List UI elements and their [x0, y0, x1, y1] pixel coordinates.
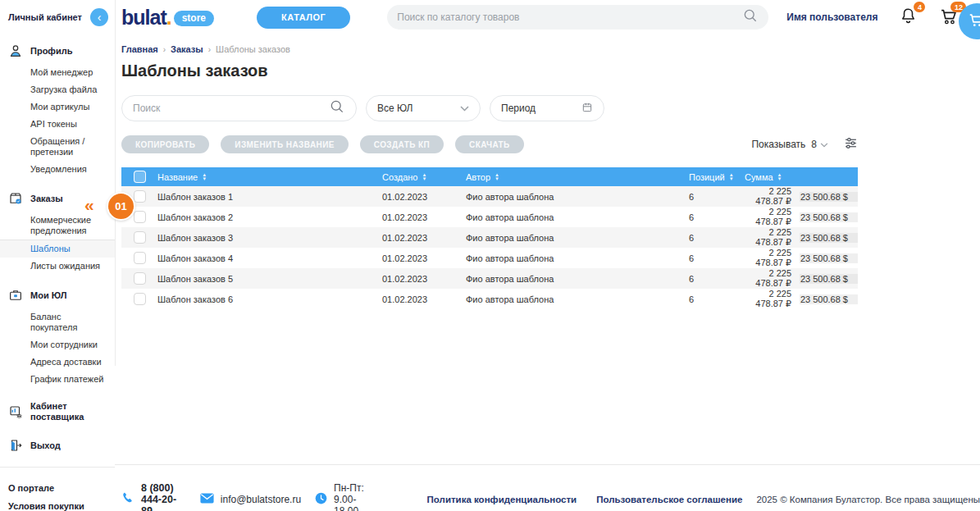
table-row[interactable]: Шаблон заказов 2 01.02.2023 Фио автора ш…	[121, 207, 858, 227]
show-per-page-select[interactable]: 8	[811, 139, 828, 150]
privacy-policy-link[interactable]: Политика конфиденциальности	[427, 495, 577, 504]
breadcrumb-orders[interactable]: Заказы	[171, 44, 203, 54]
template-created: 01.02.2023	[382, 186, 466, 207]
sidebar-section-orders[interactable]: Заказы	[0, 189, 115, 208]
templates-search-input[interactable]	[133, 103, 329, 114]
rename-button[interactable]: ИЗМЕНИТЬ НАЗВАНИЕ	[221, 135, 348, 153]
terms-link[interactable]: Пользовательское соглашение	[596, 495, 742, 504]
template-created: 01.02.2023	[382, 227, 466, 248]
sidebar-link-about[interactable]: О портале	[0, 479, 115, 497]
catalog-button[interactable]: КАТАЛОГ	[257, 7, 350, 29]
table-row[interactable]: Шаблон заказов 1 01.02.2023 Фио автора ш…	[121, 186, 858, 207]
breadcrumb-home[interactable]: Главная	[121, 44, 158, 54]
catalog-search-input[interactable]	[397, 11, 742, 23]
column-header-created[interactable]: Создано	[382, 172, 417, 182]
template-amount-rub: 2 225 478.87 ₽	[745, 207, 800, 227]
sidebar-item-api-tokens[interactable]: API токены	[0, 116, 115, 133]
sidebar-item-payment-schedule[interactable]: График платежей	[0, 371, 115, 388]
row-checkbox[interactable]	[134, 272, 146, 285]
sidebar-item-my-manager[interactable]: Мой менеджер	[0, 64, 115, 81]
sidebar-item-templates[interactable]: Шаблоны	[0, 240, 115, 258]
search-icon[interactable]	[742, 7, 759, 27]
template-name: Шаблон заказов 3	[157, 227, 382, 248]
search-icon[interactable]	[329, 98, 345, 118]
breadcrumb: Главная › Заказы › Шаблоны заказов	[121, 44, 858, 54]
sidebar-item-delivery-addresses[interactable]: Адреса доставки	[0, 354, 115, 371]
user-name[interactable]: Имя пользователя	[786, 11, 877, 23]
sidebar-item-waitlists[interactable]: Листы ожидания	[0, 258, 115, 275]
create-kp-button[interactable]: СОЗДАТЬ КП	[360, 135, 444, 153]
templates-table: Название▲▼ Создано▲▼ Автор▲▼ Позиций▲▼ С…	[121, 167, 858, 309]
template-amount-rub: 2 225 478.87 ₽	[745, 248, 800, 268]
sidebar-collapse-button[interactable]: ‹	[90, 8, 108, 26]
table-row[interactable]: Шаблон заказов 5 01.02.2023 Фио автора ш…	[121, 268, 858, 289]
row-checkbox[interactable]	[134, 293, 146, 305]
template-author: Фио автора шаблона	[466, 268, 689, 289]
template-created: 01.02.2023	[382, 268, 466, 289]
calendar-icon	[581, 102, 593, 116]
table-row[interactable]: Шаблон заказов 3 01.02.2023 Фио автора ш…	[121, 227, 858, 248]
row-checkbox[interactable]	[134, 252, 146, 264]
footer-phone[interactable]: 8 (800) 444-20-89	[141, 482, 186, 511]
main-content: Главная › Заказы › Шаблоны заказов Шабло…	[121, 34, 858, 309]
sidebar-item-my-employees[interactable]: Мои сотрудники	[0, 336, 115, 354]
column-header-positions[interactable]: Позиций	[689, 172, 725, 182]
sidebar-title: Личный кабинет	[8, 12, 82, 22]
sidebar-section-profile[interactable]: Профиль	[0, 41, 115, 61]
sidebar-section-label: Выход	[30, 440, 61, 451]
person-icon	[8, 43, 23, 58]
annotation-chevrons-icon: «	[84, 196, 93, 213]
copy-button[interactable]: КОПИРОВАТЬ	[121, 135, 209, 153]
legal-entity-select[interactable]: Все ЮЛ	[366, 95, 481, 121]
breadcrumb-separator: ›	[163, 45, 166, 54]
sidebar-item-commercial-offers[interactable]: Коммерческие предложения	[0, 212, 115, 240]
sidebar-nav: Профиль Мой менеджер Загрузка файла Мои …	[0, 41, 115, 455]
clock-icon	[315, 492, 327, 508]
sort-icon[interactable]: ▲▼	[729, 173, 734, 181]
column-header-author[interactable]: Автор	[466, 172, 490, 182]
logout-icon	[8, 438, 23, 453]
sidebar-section-my-entities[interactable]: Мои ЮЛ	[0, 285, 115, 305]
sidebar-item-buyer-balance[interactable]: Баланс покупателя	[0, 308, 115, 336]
row-checkbox[interactable]	[134, 190, 146, 203]
row-checkbox[interactable]	[134, 231, 146, 244]
sidebar-item-notifications[interactable]: Уведомления	[0, 161, 115, 178]
sort-icon[interactable]: ▲▼	[777, 173, 782, 181]
cart-icon	[968, 11, 980, 32]
notifications-button[interactable]: 4	[897, 7, 918, 28]
period-value: Период	[501, 103, 536, 114]
template-author: Фио автора шаблона	[466, 207, 689, 227]
sidebar-section-supplier-cabinet[interactable]: Кабинет поставщика	[0, 399, 115, 425]
sidebar-link-purchase-terms[interactable]: Условия покупки	[0, 497, 115, 511]
footer-email[interactable]: info@bulatstore.ru	[221, 494, 301, 505]
table-settings-button[interactable]	[844, 136, 858, 153]
table-row[interactable]: Шаблон заказов 4 01.02.2023 Фио автора ш…	[121, 248, 858, 268]
logo[interactable]: bulat. store	[121, 6, 214, 30]
chevron-left-icon: ‹	[98, 9, 102, 25]
sidebar-item-file-upload[interactable]: Загрузка файла	[0, 81, 115, 98]
cart-button[interactable]: 12	[938, 7, 959, 28]
sidebar-item-claims[interactable]: Обращения / претензии	[0, 133, 115, 161]
chevron-down-icon	[460, 103, 469, 114]
template-name: Шаблон заказов 2	[157, 207, 382, 227]
sort-icon[interactable]: ▲▼	[422, 173, 426, 181]
sidebar-section-logout[interactable]: Выход	[0, 436, 115, 455]
phone-icon	[121, 491, 134, 508]
select-all-checkbox[interactable]	[134, 171, 146, 183]
notifications-badge: 4	[914, 2, 925, 12]
column-header-name[interactable]: Название	[157, 172, 198, 182]
column-header-sum[interactable]: Сумма	[745, 172, 773, 182]
logo-store-badge: store	[174, 11, 214, 26]
period-picker[interactable]: Период	[490, 95, 604, 121]
row-checkbox[interactable]	[134, 211, 146, 223]
cart-icon	[939, 17, 959, 30]
sort-icon[interactable]: ▲▼	[495, 173, 499, 181]
template-positions: 6	[689, 289, 745, 309]
sidebar-item-my-articles[interactable]: Мои артикулы	[0, 98, 115, 116]
template-positions: 6	[689, 186, 745, 207]
sort-icon[interactable]: ▲▼	[202, 173, 207, 181]
table-row[interactable]: Шаблон заказов 6 01.02.2023 Фио автора ш…	[121, 289, 858, 309]
filters-row: Все ЮЛ Период	[121, 95, 858, 121]
show-per-page-value: 8	[811, 139, 817, 150]
download-button[interactable]: СКАЧАТЬ	[455, 135, 524, 153]
